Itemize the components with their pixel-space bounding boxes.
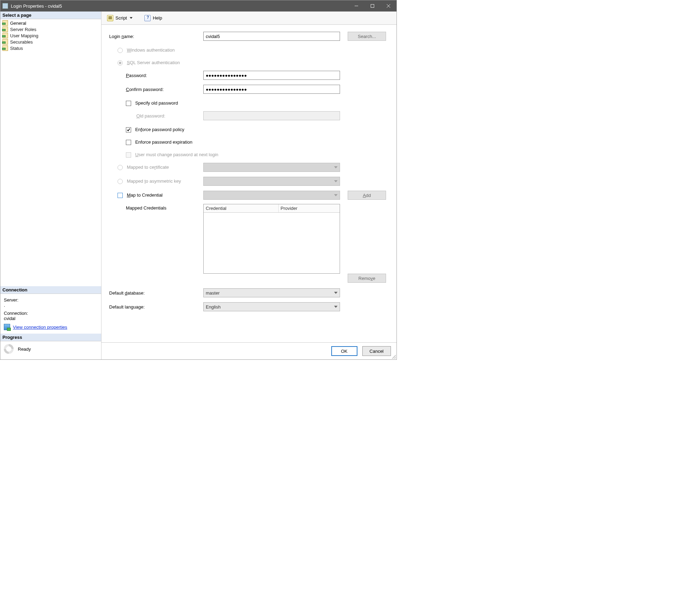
remove-button: Remove — [348, 274, 386, 283]
mapped-asym-label: Mapped to asymmetric key — [127, 178, 181, 184]
add-button: Add — [348, 191, 386, 200]
chevron-down-icon — [334, 166, 338, 168]
default-language-label: Default language: — [109, 304, 203, 310]
page-icon — [2, 45, 8, 51]
map-to-credential-label: Map to Credential — [127, 192, 163, 198]
connection-header: Connection — [0, 286, 101, 294]
specify-old-password-checkbox[interactable] — [126, 101, 131, 106]
connection-body: Server: . Connection: cvidal View connec… — [0, 294, 101, 334]
enforce-policy-checkbox[interactable] — [126, 127, 131, 132]
password-label: Password: — [109, 73, 203, 78]
login-name-label: Login name: — [109, 34, 203, 39]
page-label: Server Roles — [10, 27, 36, 32]
connection-properties-icon — [4, 324, 10, 330]
default-language-value: English — [206, 304, 221, 310]
default-database-value: master — [206, 290, 220, 296]
page-user-mapping[interactable]: User Mapping — [0, 32, 101, 39]
cancel-button[interactable]: Cancel — [362, 346, 391, 356]
help-icon — [144, 15, 151, 21]
login-name-input[interactable] — [203, 32, 340, 41]
progress-body: Ready — [0, 341, 101, 359]
credential-column-header[interactable]: Credential — [204, 204, 279, 212]
confirm-password-input[interactable] — [203, 85, 340, 94]
default-language-dropdown[interactable]: English — [203, 302, 340, 311]
progress-header: Progress — [0, 334, 101, 341]
chevron-down-icon — [130, 17, 133, 19]
chevron-down-icon — [334, 180, 338, 182]
page-status[interactable]: Status — [0, 45, 101, 51]
enforce-policy-label: Enforce password policy — [135, 127, 184, 132]
sql-auth-radio — [118, 60, 123, 66]
titlebar[interactable]: Login Properties - cvidal5 — [0, 0, 396, 12]
chevron-down-icon — [334, 292, 338, 294]
page-label: Securables — [10, 39, 33, 45]
dialog-footer: OK Cancel — [101, 342, 396, 359]
sql-auth-label: SQL Server authentication — [127, 60, 180, 65]
mapped-asym-dropdown — [203, 177, 340, 186]
page-icon — [2, 26, 8, 32]
confirm-password-label: Confirm password: — [109, 87, 203, 92]
window-title: Login Properties - cvidal5 — [11, 3, 348, 9]
close-button[interactable] — [380, 0, 396, 12]
main-content: Script Help Login name: Search... — [101, 12, 396, 359]
page-list: General Server Roles User Mapping Secura… — [0, 19, 101, 52]
mapped-credentials-label: Mapped Credentials — [109, 204, 203, 211]
script-label: Script — [115, 15, 127, 21]
progress-status: Ready — [18, 347, 31, 352]
page-general[interactable]: General — [0, 20, 101, 26]
password-input[interactable] — [203, 71, 340, 80]
login-properties-window: Login Properties - cvidal5 Select a page… — [0, 0, 397, 360]
default-database-dropdown[interactable]: master — [203, 288, 340, 297]
sidebar: Select a page General Server Roles User … — [0, 12, 101, 359]
page-icon — [2, 39, 8, 45]
mapped-asym-radio — [118, 179, 123, 184]
old-password-input — [203, 111, 340, 120]
ok-button[interactable]: OK — [331, 346, 357, 356]
mapped-cert-radio — [118, 165, 123, 170]
connection-label: Connection: — [4, 311, 98, 316]
provider-column-header[interactable]: Provider — [279, 204, 340, 212]
page-server-roles[interactable]: Server Roles — [0, 26, 101, 32]
chevron-down-icon — [334, 194, 338, 196]
help-label: Help — [153, 15, 162, 21]
svg-rect-1 — [371, 5, 374, 8]
minimize-button[interactable] — [348, 0, 364, 12]
script-button[interactable]: Script — [105, 14, 135, 22]
must-change-label: User must change password at next login — [135, 152, 218, 157]
page-label: User Mapping — [10, 33, 38, 38]
script-icon — [107, 15, 113, 21]
general-form: Login name: Search... Windows authentica… — [101, 25, 396, 342]
must-change-checkbox — [126, 152, 131, 158]
search-button[interactable]: Search... — [348, 32, 386, 41]
server-value: . — [4, 303, 98, 308]
title-icon — [2, 3, 8, 9]
page-label: General — [10, 21, 26, 26]
mapped-cert-label: Mapped to certificate — [127, 165, 169, 170]
mapped-cert-dropdown — [203, 163, 340, 172]
help-button[interactable]: Help — [142, 14, 164, 22]
server-label: Server: — [4, 297, 98, 303]
enforce-expiration-label: Enforce password expiration — [135, 139, 192, 145]
windows-auth-label: Windows authentication — [127, 47, 175, 53]
old-password-label: Old password: — [109, 113, 203, 119]
connection-value: cvidal — [4, 316, 98, 321]
page-icon — [2, 20, 8, 26]
specify-old-password-label: Specify old password — [135, 100, 178, 106]
maximize-button[interactable] — [364, 0, 380, 12]
enforce-expiration-checkbox[interactable] — [126, 140, 131, 145]
page-label: Status — [10, 46, 23, 51]
page-icon — [2, 33, 8, 38]
chevron-down-icon — [334, 306, 338, 308]
map-credential-dropdown — [203, 191, 340, 200]
resize-grip-icon[interactable] — [391, 354, 396, 359]
select-page-header: Select a page — [0, 12, 101, 19]
progress-spinner-icon — [4, 344, 14, 354]
toolbar: Script Help — [101, 12, 396, 25]
map-to-credential-checkbox[interactable] — [118, 193, 123, 198]
default-database-label: Default database: — [109, 290, 203, 296]
windows-auth-radio — [118, 48, 123, 53]
page-securables[interactable]: Securables — [0, 39, 101, 45]
view-connection-properties-link[interactable]: View connection properties — [13, 325, 67, 330]
mapped-credentials-grid[interactable]: Credential Provider — [203, 204, 340, 274]
